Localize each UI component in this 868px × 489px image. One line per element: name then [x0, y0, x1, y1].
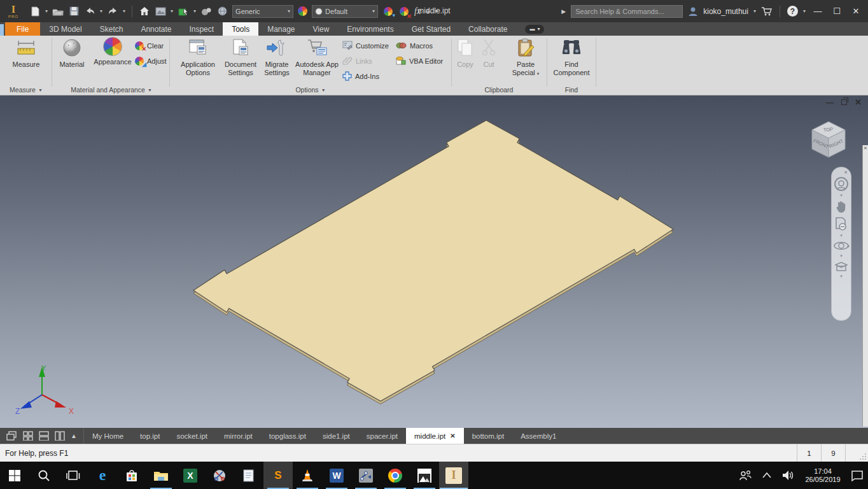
clear-appearance-icon[interactable]: ✕: [398, 6, 410, 17]
taskbar-chrome[interactable]: [381, 462, 410, 489]
globe-icon[interactable]: [216, 6, 228, 17]
doctab-socket[interactable]: socket.ipt: [168, 428, 216, 444]
color-wheel-icon[interactable]: [298, 6, 307, 16]
search-expand-icon[interactable]: ▶: [561, 8, 566, 15]
tray-volume-button[interactable]: [778, 470, 799, 481]
tab-3d-model[interactable]: 3D Model: [40, 22, 90, 36]
render-icon[interactable]: [155, 6, 166, 17]
paste-special-button[interactable]: Paste Special ▾: [507, 37, 545, 76]
3d-viewport[interactable]: — ✕ TOP FRONT RIGHT ✕ ▾ ▾ ▾ ▾ ✕: [0, 96, 868, 428]
taskbar-notepad[interactable]: [234, 462, 263, 489]
model-canvas[interactable]: [0, 96, 868, 428]
redo-dropdown-icon[interactable]: ▾: [123, 8, 125, 14]
qat-customize-caret-icon[interactable]: ▾: [435, 8, 438, 14]
navbar-menu-icon[interactable]: ▾: [840, 274, 843, 278]
undo-dropdown-icon[interactable]: ▾: [100, 8, 102, 14]
tab-file[interactable]: File: [5, 22, 40, 36]
tab-collaborate[interactable]: Collaborate: [459, 22, 516, 36]
doctab-top[interactable]: top.ipt: [132, 428, 168, 444]
taskbar-edge[interactable]: e: [88, 462, 117, 489]
taskbar-snipping-tool[interactable]: [205, 462, 234, 489]
group-material-appearance[interactable]: Material and Appearance▼: [53, 84, 169, 96]
tray-hidden-icons-button[interactable]: [756, 472, 778, 478]
viewport-minimize-button[interactable]: —: [826, 98, 834, 107]
strip-close-icon[interactable]: ✕: [864, 146, 867, 150]
addins-button[interactable]: Add-Ins: [342, 70, 379, 83]
tab-tools[interactable]: Tools: [223, 22, 258, 36]
viewport-restore-button[interactable]: [841, 99, 847, 105]
doctab-topglass[interactable]: topglass.ipt: [261, 428, 314, 444]
resize-grip[interactable]: [845, 444, 868, 462]
doctab-middle-active[interactable]: middle.ipt ✕: [406, 428, 464, 444]
navbar-close-icon[interactable]: ✕: [844, 170, 848, 174]
collapsed-panel-strip[interactable]: ✕: [862, 145, 868, 427]
search-input[interactable]: [571, 5, 683, 18]
new-file-icon[interactable]: [29, 6, 41, 17]
window-maximize-button[interactable]: ☐: [830, 6, 844, 16]
doctab-close-icon[interactable]: ✕: [450, 432, 455, 439]
tab-sketch[interactable]: Sketch: [91, 22, 132, 36]
inventor-logo[interactable]: I PRO: [4, 1, 23, 21]
pan-hand-icon[interactable]: [834, 199, 849, 215]
taskbar-vlc[interactable]: [293, 462, 322, 489]
component-select-icon[interactable]: [178, 6, 189, 17]
action-center-button[interactable]: [846, 470, 868, 481]
macros-button[interactable]: Macros: [396, 39, 433, 52]
redo-icon[interactable]: [107, 6, 118, 17]
help-dropdown-icon[interactable]: ▾: [803, 8, 806, 14]
spheres-icon[interactable]: [200, 6, 212, 17]
clear-button[interactable]: ✕ Clear: [135, 39, 164, 52]
taskbar-excel[interactable]: X: [176, 462, 205, 489]
user-avatar-icon[interactable]: [688, 6, 698, 17]
taskbar-store[interactable]: [117, 462, 146, 489]
save-icon[interactable]: [68, 6, 80, 17]
open-icon[interactable]: [52, 6, 64, 17]
cart-icon[interactable]: [761, 6, 773, 16]
navbar-dropdown-icon[interactable]: ▾: [840, 254, 843, 258]
taskbar-inventor[interactable]: I: [439, 462, 468, 489]
cascade-windows-icon[interactable]: [6, 431, 17, 441]
tab-environments[interactable]: Environments: [338, 22, 402, 36]
full-navigation-wheel-icon[interactable]: [834, 176, 849, 192]
look-at-icon[interactable]: [834, 260, 849, 273]
zoom-icon[interactable]: [834, 216, 848, 232]
application-options-button[interactable]: Application Options: [176, 37, 220, 76]
taskbar-file-explorer[interactable]: [146, 462, 176, 489]
doctab-spacer[interactable]: spacer.ipt: [358, 428, 406, 444]
doctab-side1[interactable]: side1.ipt: [314, 428, 358, 444]
user-dropdown-icon[interactable]: ▾: [753, 8, 756, 14]
expand-tabs-icon[interactable]: ▲: [71, 432, 77, 439]
render-dropdown-icon[interactable]: ▾: [171, 8, 173, 14]
group-options[interactable]: Options▼: [171, 84, 451, 96]
vertical-tile-icon[interactable]: [55, 431, 65, 441]
tab-get-started[interactable]: Get Started: [403, 22, 459, 36]
taskbar-sublime[interactable]: S: [263, 462, 293, 489]
appearance-override-combo[interactable]: Generic ▾: [232, 5, 293, 18]
doctab-mirror[interactable]: mirror.ipt: [216, 428, 261, 444]
taskbar-search-button[interactable]: [29, 462, 59, 489]
taskbar-cad-tool[interactable]: [351, 462, 381, 489]
vba-editor-button[interactable]: VBA Editor: [396, 55, 443, 67]
tab-view[interactable]: View: [304, 22, 339, 36]
undo-icon[interactable]: [84, 6, 95, 17]
navbar-dropdown-icon[interactable]: ▾: [840, 194, 843, 197]
help-icon[interactable]: ?: [787, 6, 798, 17]
start-button[interactable]: [0, 462, 29, 489]
material-button[interactable]: Material: [53, 37, 90, 69]
parameters-fx-icon[interactable]: fx: [414, 6, 421, 17]
appearance-button[interactable]: Appearance: [89, 37, 136, 66]
new-file-dropdown-icon[interactable]: ▾: [45, 8, 48, 14]
task-view-button[interactable]: [59, 462, 88, 489]
component-select-dropdown-icon[interactable]: ▾: [193, 8, 196, 14]
tab-annotate[interactable]: Annotate: [132, 22, 180, 36]
qat-add-icon[interactable]: +: [425, 6, 431, 17]
document-settings-button[interactable]: Document Settings: [221, 37, 260, 76]
view-representation-combo[interactable]: Default ▾: [312, 5, 378, 18]
taskbar-photos[interactable]: [410, 462, 439, 489]
measure-button[interactable]: Measure: [5, 37, 47, 69]
ribbon-display-toggle[interactable]: ▬▾: [525, 25, 544, 34]
navbar-dropdown-icon[interactable]: ▾: [840, 234, 843, 237]
links-button[interactable]: Links: [342, 55, 372, 67]
viewport-close-button[interactable]: ✕: [855, 97, 862, 107]
app-manager-button[interactable]: Autodesk App Manager: [293, 37, 340, 76]
